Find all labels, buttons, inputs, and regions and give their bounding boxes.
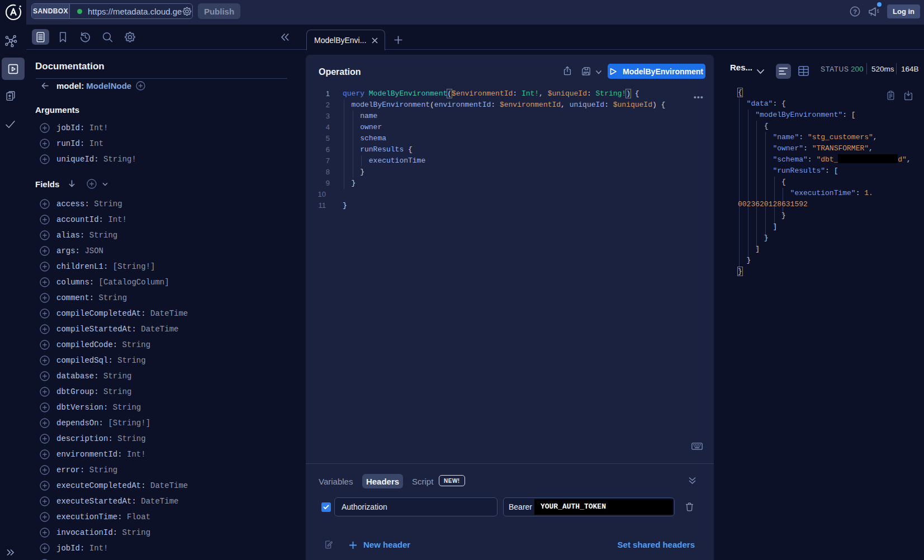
svg-text:?: ? — [853, 8, 857, 15]
